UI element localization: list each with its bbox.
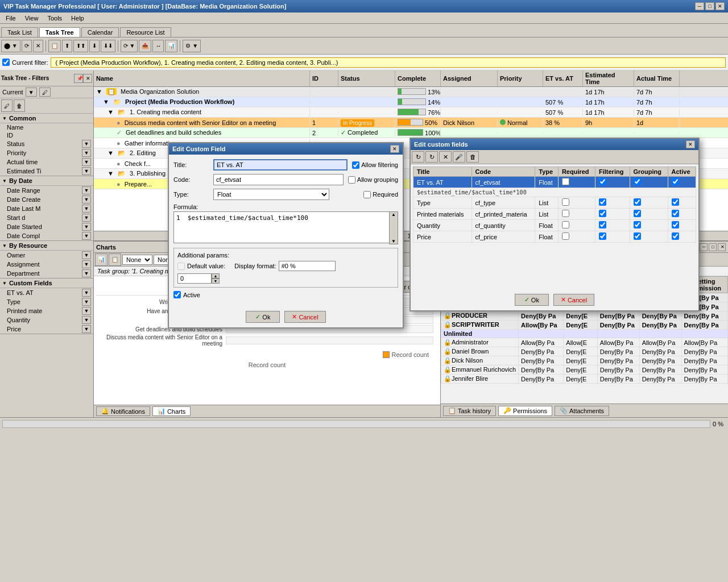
formula-scrollbar[interactable]: ▲ ▼ — [389, 211, 398, 244]
perm-row-emmanuel[interactable]: 🔒Emmanuel Rurichovich Deny[By Pa Deny[E … — [441, 365, 728, 375]
ecf-row-type[interactable]: Type cf_type List — [413, 197, 696, 209]
perm-row-dicknilson[interactable]: 🔒Dick Nilson Deny[By Pa Deny[E Deny[By P… — [441, 356, 728, 365]
tree-group1-row[interactable]: ▼ 📂 1. Creating media content 76% 507 % … — [94, 107, 728, 118]
allow-filtering-checkbox[interactable] — [352, 161, 359, 169]
current-filter-btn1[interactable]: ▼ — [26, 88, 37, 97]
tree-task1-row[interactable]: ● Discuss media content with Senior Edit… — [94, 118, 728, 128]
perms-close-btn[interactable]: ✕ — [718, 243, 726, 251]
edit-cf-close-btn[interactable]: ✕ — [390, 145, 399, 153]
current-filter-btn2[interactable]: 🖊 — [39, 88, 51, 97]
display-format-input[interactable] — [279, 261, 336, 271]
perms-expand-btn[interactable]: □ — [709, 243, 717, 251]
perm-row-jennifer[interactable]: 🔒Jennifer Blire Deny[By Pa Deny[E Deny[B… — [441, 375, 728, 384]
filter-estimated-dropdown[interactable]: ▼ — [82, 167, 91, 175]
filter-department-dropdown[interactable]: ▼ — [82, 269, 91, 277]
cf-type-select[interactable]: Float — [213, 189, 329, 200]
filter-action-btn2[interactable]: 🗑 — [14, 99, 25, 112]
perm-row-admin[interactable]: 🔒Administrator Allow[By Pa Allow[E Allow… — [441, 338, 728, 347]
close-button[interactable]: ✕ — [715, 2, 725, 10]
tab-permissions[interactable]: 🔑 Permissions — [498, 406, 552, 416]
filter-pin-btn[interactable]: 📌 — [74, 74, 83, 83]
formula-scroll-down[interactable]: ▼ — [390, 239, 398, 244]
filter-assignment-dropdown[interactable]: ▼ — [82, 260, 91, 268]
section-bydate-header[interactable]: By Date — [0, 176, 93, 186]
perms-pin-btn[interactable]: ─ — [700, 243, 708, 251]
tab-calendar[interactable]: Calendar — [81, 27, 119, 37]
toolbar-btn-13[interactable]: ⚙ ▼ — [183, 40, 201, 52]
filter-priority-dropdown[interactable]: ▼ — [82, 149, 91, 157]
allow-grouping-checkbox[interactable] — [348, 176, 355, 184]
charts-tb-btn2[interactable]: 📋 — [109, 253, 121, 266]
tab-resource-list[interactable]: Resource List — [120, 27, 171, 37]
toolbar-btn-6[interactable]: ⬆⬆ — [73, 40, 88, 52]
filter-type-dropdown[interactable]: ▼ — [82, 298, 91, 306]
toolbar-btn-5[interactable]: ⬆ — [62, 40, 72, 52]
ecf-tb-btn2[interactable]: ↻ — [425, 151, 438, 163]
ecf-close-btn[interactable]: ✕ — [686, 140, 695, 148]
ecf-table-container[interactable]: Title Code Type Required Filtering Group… — [411, 164, 698, 289]
ecf-row-etvsat[interactable]: ET vs. AT cf_etvsat Float — [413, 177, 696, 188]
filter-checkbox[interactable] — [2, 59, 10, 66]
filter-close-btn[interactable]: ✕ — [83, 74, 92, 83]
active-checkbox[interactable] — [173, 291, 181, 298]
stepper-up-btn[interactable]: ▲ — [212, 273, 220, 278]
ecf-row-printed[interactable]: Printed materials cf_printed_materia Lis… — [413, 209, 696, 220]
ecf-tb-btn3[interactable]: ✕ — [439, 151, 452, 163]
cf-title-input[interactable] — [213, 159, 348, 171]
minimize-button[interactable]: ─ — [695, 2, 704, 10]
filter-quantity-dropdown[interactable]: ▼ — [82, 316, 91, 324]
menu-file[interactable]: File — [1, 14, 20, 23]
ecf-row-price[interactable]: Price cf_price Float — [413, 231, 696, 243]
tab-task-list[interactable]: Task List — [1, 27, 38, 37]
toolbar-btn-3[interactable]: ✕ — [33, 40, 43, 52]
tree-project-row[interactable]: ▼ 📁 Project (Media Production Workflow) … — [94, 97, 728, 107]
charts-combo1[interactable]: None — [122, 255, 152, 265]
toolbar-btn-11[interactable]: ↔ — [152, 40, 164, 52]
edit-cf-ok-btn[interactable]: ✓ Ok — [246, 311, 280, 323]
toolbar-btn-10[interactable]: 📤 — [139, 40, 151, 52]
cf-code-input[interactable] — [213, 174, 344, 185]
toolbar-btn-12[interactable]: 📊 — [165, 40, 177, 52]
menu-view[interactable]: View — [20, 14, 43, 23]
filter-status-dropdown[interactable]: ▼ — [82, 140, 91, 148]
ecf-row-quantity[interactable]: Quantity cf_quantity Float — [413, 220, 696, 231]
charts-tb-btn1[interactable]: 📊 — [95, 253, 107, 266]
toolbar-btn-9[interactable]: ⟳ ▼ — [121, 40, 138, 52]
filter-printed-dropdown[interactable]: ▼ — [82, 307, 91, 315]
filter-datestarted-dropdown[interactable]: ▼ — [82, 223, 91, 231]
tab-task-tree[interactable]: Task Tree — [39, 27, 80, 37]
section-common-header[interactable]: Common — [0, 114, 93, 123]
formula-scroll-up[interactable]: ▲ — [390, 212, 398, 217]
toolbar-btn-1[interactable]: ⬤ ▼ — [1, 40, 20, 52]
filter-etvsat-dropdown[interactable]: ▼ — [82, 289, 91, 297]
maximize-button[interactable]: □ — [705, 2, 714, 10]
stepper-input[interactable] — [177, 273, 212, 284]
tab-task-history[interactable]: 📋 Task history — [443, 406, 496, 416]
stepper-down-btn[interactable]: ▼ — [212, 278, 220, 284]
cf-formula-textarea[interactable]: 1 $estimated_time/$actual_time*100 — [173, 211, 398, 243]
toolbar-btn-8[interactable]: ⬇⬇ — [101, 40, 115, 52]
tab-charts[interactable]: 📊 Charts — [152, 406, 191, 416]
ecf-tb-btn5[interactable]: 🗑 — [466, 151, 479, 163]
perm-row-danielbrown[interactable]: 🔒Daniel Brown Deny[By Pa Deny[E Deny[By … — [441, 347, 728, 356]
section-customfields-header[interactable]: Custom Fields — [0, 278, 93, 288]
filter-daterange-dropdown[interactable]: ▼ — [82, 186, 91, 194]
filter-datecreate-dropdown[interactable]: ▼ — [82, 196, 91, 203]
ecf-tb-btn1[interactable]: ↻ — [412, 151, 424, 163]
toolbar-btn-7[interactable]: ⬇ — [89, 40, 100, 52]
toolbar-btn-2[interactable]: ⟳ — [22, 40, 32, 52]
ecf-cancel-btn[interactable]: ✕ Cancel — [553, 294, 594, 306]
ecf-tb-btn4[interactable]: 🎤 — [453, 151, 465, 163]
tree-task2-row[interactable]: ✓ Get deadlines and build schedules 2 ✓ … — [94, 128, 728, 138]
filter-startd-dropdown[interactable]: ▼ — [82, 214, 91, 222]
edit-cf-cancel-btn[interactable]: ✕ Cancel — [284, 311, 325, 323]
filter-owner-dropdown[interactable]: ▼ — [82, 251, 91, 259]
perm-row-producer[interactable]: 🔒PRODUCER Deny[By Pa Deny[E Deny[By Pa D… — [441, 311, 728, 321]
tree-root-row[interactable]: ▼ 📋 Media Organization Solution 13% 1d 1… — [94, 87, 728, 97]
required-checkbox[interactable] — [363, 191, 371, 198]
menu-tools[interactable]: Tools — [43, 14, 67, 23]
menu-help[interactable]: Help — [67, 14, 89, 23]
ecf-ok-btn[interactable]: ✓ Ok — [515, 294, 549, 306]
tab-notifications[interactable]: 🔔 Notifications — [96, 406, 150, 416]
toolbar-btn-4[interactable]: 📋 — [48, 40, 61, 52]
